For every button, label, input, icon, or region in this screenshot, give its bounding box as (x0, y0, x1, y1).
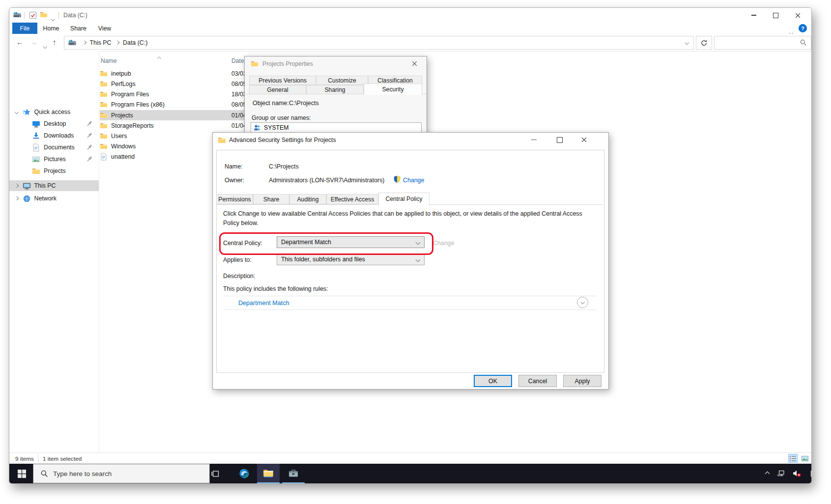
column-header-date[interactable]: Date (231, 57, 244, 64)
refresh-button[interactable] (696, 36, 712, 50)
divider (38, 454, 38, 462)
tab-customize[interactable]: Customize (316, 76, 368, 85)
address-box[interactable]: This PC Data (C:) (64, 36, 694, 50)
desktop-icon (32, 120, 40, 128)
folder-icon (251, 60, 258, 68)
divider (223, 309, 597, 310)
details-view-button[interactable] (788, 454, 798, 463)
folder-icon (32, 167, 40, 175)
breadcrumb-data-c[interactable]: Data (C:) (123, 39, 147, 46)
close-button[interactable] (787, 8, 809, 23)
server-manager-button[interactable] (282, 464, 305, 483)
expand-chevron-icon[interactable] (15, 184, 19, 188)
rule-department-match[interactable]: Department Match (238, 300, 289, 307)
sidebar-item-projects[interactable]: Projects (9, 166, 99, 176)
pictures-icon (32, 155, 40, 164)
maximize-button[interactable] (765, 8, 787, 23)
expand-chevron-icon[interactable] (15, 196, 19, 200)
maximize-icon[interactable] (557, 137, 563, 143)
back-icon[interactable]: ← (16, 38, 24, 46)
advanced-security-dialog: Advanced Security Settings for Projects … (212, 132, 609, 390)
minimize-icon[interactable] (531, 140, 537, 140)
tab-effective-access[interactable]: Effective Access (326, 194, 378, 204)
sort-ascending-icon[interactable] (158, 53, 161, 62)
folder-icon (100, 101, 108, 109)
sidebar-item-network[interactable]: Network (9, 193, 99, 204)
thumbnail-view-icon (802, 456, 808, 461)
search-icon (40, 470, 48, 477)
group-or-user-names-label: Group or user names: (252, 114, 311, 121)
network-icon (23, 195, 31, 203)
window-title: Data (C:) (63, 12, 87, 19)
start-button[interactable] (10, 464, 33, 483)
dialog-title: Advanced Security Settings for Projects (229, 137, 336, 143)
users-icon (254, 124, 261, 132)
tab-view[interactable]: View (92, 23, 117, 34)
minimize-button[interactable] (743, 8, 765, 23)
apply-button[interactable]: Apply (563, 375, 602, 387)
cancel-button[interactable]: Cancel (518, 375, 557, 387)
central-policy-intro-text: Click Change to view available Central A… (223, 209, 589, 228)
sidebar-item-this-pc[interactable]: This PC (9, 180, 99, 191)
qat-dropdown-icon[interactable] (52, 13, 55, 22)
sidebar-quick-access[interactable]: Quick access (9, 107, 99, 117)
tab-sharing[interactable]: Sharing (306, 85, 364, 94)
tab-share[interactable]: Share (253, 194, 289, 204)
object-name-value: C:\Projects (289, 100, 319, 107)
name-value: C:\Projects (269, 163, 299, 170)
edge-icon (239, 468, 250, 479)
folder-icon (100, 122, 108, 130)
applies-to-dropdown[interactable]: This folder, subfolders and files (277, 253, 425, 265)
central-policy-dropdown[interactable]: Department Match (277, 236, 425, 248)
central-policy-change-link-disabled[interactable]: Change (433, 240, 454, 247)
drive-icon (68, 40, 76, 46)
owner-label: Owner: (225, 177, 244, 184)
tab-security[interactable]: Security (364, 84, 422, 95)
tab-permissions[interactable]: Permissions (216, 194, 253, 204)
up-icon[interactable]: ↑ (53, 38, 57, 46)
address-dropdown-icon[interactable] (685, 41, 688, 45)
breadcrumb-this-pc[interactable]: This PC (90, 39, 112, 46)
taskbar-search-input[interactable]: Type here to search (33, 464, 210, 483)
page: Data (C:) File Home Share View ? ← → ↑ T… (0, 0, 831, 504)
folder-icon (100, 132, 108, 140)
tab-auditing[interactable]: Auditing (289, 194, 326, 204)
task-view-button[interactable] (204, 464, 227, 483)
expand-rule-chevron-icon[interactable] (577, 297, 588, 308)
file-row-selected[interactable]: Projects (100, 110, 253, 120)
status-bar: 9 items 1 item selected (9, 452, 811, 464)
sidebar-item-desktop[interactable]: Desktop (9, 118, 99, 129)
thumbnail-view-button[interactable] (800, 454, 809, 463)
properties-qat-icon[interactable] (29, 11, 37, 19)
column-header-name[interactable]: Name (101, 57, 117, 64)
ok-button[interactable]: OK (474, 375, 512, 387)
tab-previous-versions[interactable]: Previous Versions (249, 76, 316, 85)
tray-volume-muted-icon[interactable] (789, 464, 804, 483)
search-input[interactable] (714, 36, 811, 50)
tab-file[interactable]: File (12, 23, 37, 34)
recent-locations-icon[interactable] (44, 41, 47, 50)
folder-qat-icon[interactable] (40, 11, 48, 19)
owner-change-link[interactable]: Change (403, 177, 424, 184)
edge-button[interactable] (233, 464, 256, 483)
tab-general[interactable]: General (249, 85, 306, 94)
file-explorer-button-active[interactable] (257, 464, 280, 483)
forward-icon[interactable]: → (30, 38, 37, 46)
sidebar-item-pictures[interactable]: Pictures (9, 154, 99, 165)
sidebar-item-downloads[interactable]: Downloads (9, 130, 99, 141)
expand-chevron-icon[interactable] (15, 110, 19, 114)
close-icon[interactable] (581, 137, 587, 142)
tray-network-icon[interactable] (774, 464, 789, 483)
help-icon[interactable]: ? (799, 24, 807, 32)
taskbar: Type here to search 3 (9, 464, 811, 483)
tab-share[interactable]: Share (65, 23, 92, 34)
tray-expand-button[interactable] (760, 464, 774, 483)
sidebar-item-documents[interactable]: Documents (9, 142, 99, 153)
action-center-icon[interactable]: 3 (805, 464, 812, 483)
explorer-titlebar: Data (C:) (9, 8, 811, 23)
tab-home[interactable]: Home (37, 23, 65, 34)
drive-icon (13, 12, 21, 19)
close-icon[interactable] (412, 61, 417, 66)
tab-central-policy[interactable]: Central Policy (378, 193, 430, 205)
pin-icon (86, 132, 93, 139)
